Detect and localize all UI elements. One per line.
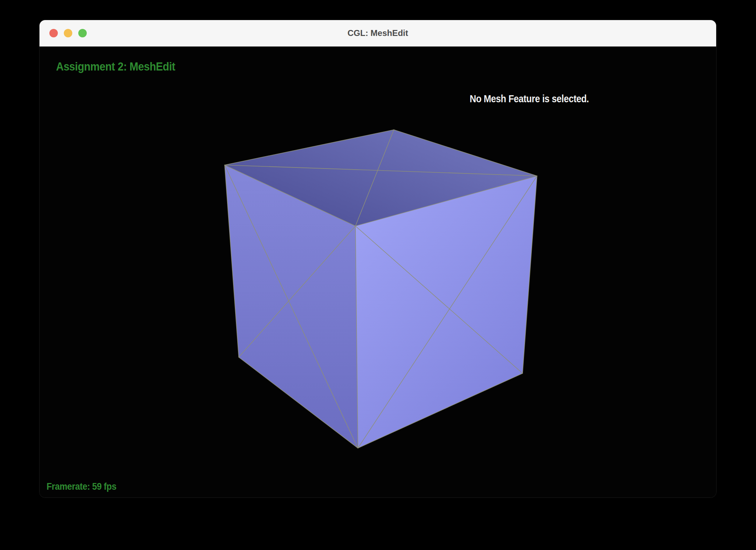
title-bar[interactable]: CGL: MeshEdit: [39, 20, 716, 47]
window-title: CGL: MeshEdit: [39, 28, 716, 38]
window-controls: [49, 20, 87, 46]
assignment-heading: Assignment 2: MeshEdit: [56, 60, 175, 73]
zoom-button[interactable]: [78, 29, 87, 37]
framerate-indicator: Framerate: 59 fps: [47, 481, 116, 492]
selection-status-message: No Mesh Feature is selected.: [470, 93, 589, 105]
app-window: CGL: MeshEdit Assignment 2: MeshEdit No …: [39, 20, 716, 497]
close-button[interactable]: [49, 29, 58, 37]
mesh-svg[interactable]: [39, 47, 716, 497]
render-viewport[interactable]: Assignment 2: MeshEdit No Mesh Feature i…: [39, 47, 716, 497]
minimize-button[interactable]: [64, 29, 72, 37]
